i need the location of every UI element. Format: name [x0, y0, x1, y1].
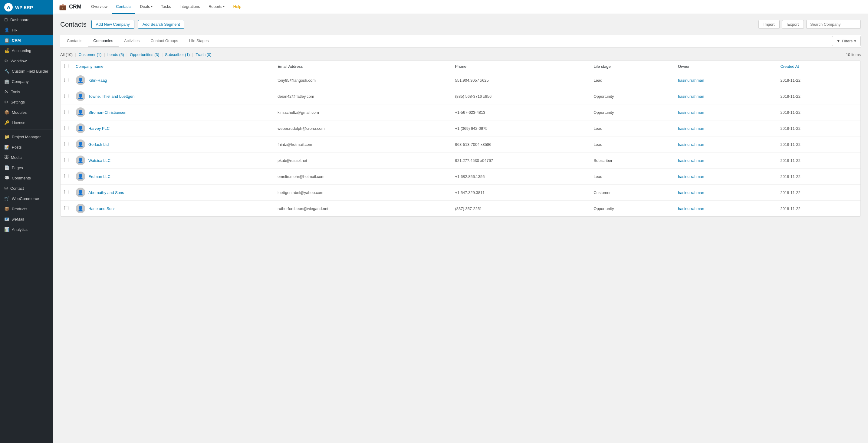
pages-icon: 📄 [4, 165, 9, 170]
company-name-link[interactable]: Hane and Sons [88, 207, 116, 211]
modules-icon: 📦 [4, 110, 9, 115]
tab-companies[interactable]: Companies [88, 35, 119, 47]
sidebar-item-woocommerce[interactable]: 🛒 WooCommerce [0, 193, 53, 204]
sidebar-item-posts[interactable]: 📝 Posts [0, 142, 53, 152]
company-name-link[interactable]: Abernathy and Sons [88, 190, 124, 195]
add-new-company-button[interactable]: Add New Company [91, 20, 134, 29]
filter-trash[interactable]: Trash (0) [195, 52, 211, 57]
sidebar-item-comments[interactable]: 💬 Comments [0, 173, 53, 183]
sidebar-item-label: Comments [12, 176, 31, 180]
add-search-segment-button[interactable]: Add Search Segment [138, 20, 185, 29]
table-row: 👤 Watsica LLC pkub@russel.net 921.277.45… [61, 153, 861, 168]
tab-life-stages[interactable]: Life Stages [183, 35, 214, 47]
sidebar-item-pages[interactable]: 📄 Pages [0, 162, 53, 173]
row-checkbox-cell[interactable] [61, 136, 72, 153]
sidebar-item-contact[interactable]: ✉ Contact [0, 183, 53, 193]
tab-contact-groups[interactable]: Contact Groups [145, 35, 183, 47]
sidebar-item-license[interactable]: 🔑 License [0, 118, 53, 128]
nav-link-help[interactable]: Help [229, 0, 245, 14]
sidebar-item-crm[interactable]: 📋 CRM [0, 35, 53, 45]
sidebar-item-project-manager[interactable]: 📁 Project Manager [0, 132, 53, 142]
row-checkbox-cell[interactable] [61, 104, 72, 120]
owner-link[interactable]: hasinurrahman [678, 94, 704, 99]
col-owner-label: Owner [678, 64, 689, 69]
sidebar-logo[interactable]: W WP ERP [0, 0, 53, 14]
import-button[interactable]: Import [758, 20, 780, 29]
nav-link-reports[interactable]: Reports ▾ [205, 0, 228, 14]
col-created-at[interactable]: Created At [777, 61, 861, 72]
sidebar-item-hr[interactable]: 👤 HR [0, 25, 53, 35]
owner-link[interactable]: hasinurrahman [678, 158, 704, 163]
filter-all[interactable]: All (10) [60, 52, 73, 57]
filters-button[interactable]: ▼ Filters ▾ [832, 36, 861, 46]
row-life-stage-cell: Lead [590, 168, 674, 185]
filter-customer[interactable]: Customer (1) [79, 52, 102, 57]
company-name-link[interactable]: Erdman LLC [88, 174, 111, 179]
tab-contacts[interactable]: Contacts [61, 35, 88, 47]
tab-activities[interactable]: Activities [119, 35, 145, 47]
filter-subscriber[interactable]: Subscriber (1) [165, 52, 190, 57]
search-company-input[interactable] [806, 20, 861, 29]
col-company-name[interactable]: Company name [72, 61, 274, 72]
owner-link[interactable]: hasinurrahman [678, 126, 704, 131]
company-name-link[interactable]: Towne, Thiel and Luettgen [88, 94, 134, 99]
row-checkbox-cell[interactable] [61, 185, 72, 201]
row-checkbox[interactable] [64, 206, 68, 210]
row-checkbox[interactable] [64, 126, 68, 130]
nav-link-contacts[interactable]: Contacts [112, 0, 135, 14]
company-name-link[interactable]: Stroman-Christiansen [88, 110, 126, 115]
sidebar-item-tools[interactable]: 🛠 Tools [0, 87, 53, 97]
nav-link-tasks[interactable]: Tasks [157, 0, 175, 14]
row-checkbox[interactable] [64, 110, 68, 114]
row-checkbox[interactable] [64, 94, 68, 98]
row-life-stage-cell: Subscriber [590, 153, 674, 168]
owner-link[interactable]: hasinurrahman [678, 142, 704, 147]
select-all-checkbox[interactable] [64, 64, 68, 68]
row-checkbox-cell[interactable] [61, 168, 72, 185]
row-checkbox[interactable] [64, 174, 68, 178]
tab-life-stages-label: Life Stages [189, 38, 209, 43]
row-checkbox-cell[interactable] [61, 72, 72, 88]
row-company-name-cell: 👤 Watsica LLC [72, 153, 274, 168]
sidebar-item-wemail[interactable]: 📧 weMail [0, 214, 53, 224]
sidebar-item-modules[interactable]: 📦 Modules [0, 107, 53, 118]
owner-link[interactable]: hasinurrahman [678, 190, 704, 195]
sidebar-item-media[interactable]: 🖼 Media [0, 152, 53, 162]
nav-link-overview[interactable]: Overview [88, 0, 111, 14]
row-checkbox-cell[interactable] [61, 201, 72, 217]
owner-link[interactable]: hasinurrahman [678, 207, 704, 211]
row-checkbox[interactable] [64, 190, 68, 194]
nav-link-deals[interactable]: Deals ▾ [136, 0, 156, 14]
sidebar-item-analytics[interactable]: 📊 Analytics [0, 224, 53, 234]
sidebar-item-settings[interactable]: ⚙ Settings [0, 97, 53, 107]
owner-link[interactable]: hasinurrahman [678, 110, 704, 115]
company-name-link[interactable]: Kihn-Haag [88, 78, 107, 83]
sidebar-item-dashboard[interactable]: ⊞ Dashboard [0, 14, 53, 25]
filter-leads[interactable]: Leads (5) [107, 52, 124, 57]
export-button[interactable]: Export [782, 20, 804, 29]
row-checkbox-cell[interactable] [61, 153, 72, 168]
row-checkbox[interactable] [64, 78, 68, 82]
owner-link[interactable]: hasinurrahman [678, 174, 704, 179]
row-phone-cell: 551.904.3057 x625 [451, 72, 590, 88]
sidebar-item-workflow[interactable]: ⚙ Workflow [0, 56, 53, 66]
company-name-link[interactable]: Harvey PLC [88, 126, 110, 131]
company-name-link[interactable]: Watsica LLC [88, 158, 111, 163]
row-checkbox[interactable] [64, 142, 68, 146]
row-checkbox[interactable] [64, 158, 68, 162]
sidebar-item-label: Pages [12, 165, 23, 170]
filter-opportunities[interactable]: Opportunities (3) [130, 52, 159, 57]
owner-link[interactable]: hasinurrahman [678, 78, 704, 83]
row-email-cell: pkub@russel.net [274, 153, 451, 168]
sidebar-item-products[interactable]: 📦 Products [0, 204, 53, 214]
col-email: Email Address [274, 61, 451, 72]
company-name-link[interactable]: Gerlach Ltd [88, 142, 108, 147]
nav-link-integrations[interactable]: Integrations [176, 0, 204, 14]
sidebar-item-accounting[interactable]: 💰 Accounting [0, 45, 53, 56]
row-checkbox-cell[interactable] [61, 120, 72, 136]
select-all-header[interactable] [61, 61, 72, 72]
sidebar-item-custom-field-builder[interactable]: 🔧 Custom Field Builder [0, 66, 53, 76]
sidebar-item-company[interactable]: 🏢 Company [0, 76, 53, 87]
col-phone-label: Phone [455, 64, 466, 69]
row-checkbox-cell[interactable] [61, 88, 72, 104]
